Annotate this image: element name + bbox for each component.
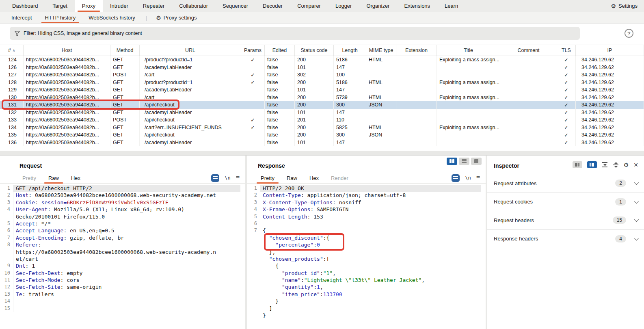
cell-edited: false <box>265 101 295 109</box>
prettify-icon[interactable] <box>452 174 460 182</box>
tab-organizer[interactable]: Organizer <box>359 0 397 12</box>
table-row[interactable]: 124https://0a68002503ea944082b...GET/pro… <box>0 56 644 64</box>
cell-num: 134 <box>0 124 24 132</box>
filter-bar[interactable]: Filter: Hiding CSS, image and general bi… <box>10 27 580 40</box>
column-header-mime-type[interactable]: MIME type <box>366 45 396 56</box>
tab-sequencer[interactable]: Sequencer <box>215 0 255 12</box>
tab-dashboard[interactable]: Dashboard <box>5 0 45 12</box>
line-number: 7 <box>0 234 13 241</box>
tab-comparer[interactable]: Comparer <box>290 0 328 12</box>
column-header-extension[interactable]: Extension <box>396 45 437 56</box>
table-row[interactable]: 131https://0a68002503ea944082b...GET/api… <box>0 101 644 109</box>
subtab-intercept[interactable]: Intercept <box>5 12 39 23</box>
tab-collaborator[interactable]: Collaborator <box>172 0 215 12</box>
code-line: ] <box>247 305 481 312</box>
response-tab-render[interactable]: Render <box>325 173 354 183</box>
column-header-params[interactable]: Params <box>241 45 265 56</box>
column-header-host[interactable]: Host <box>24 45 110 56</box>
tab-target[interactable]: Target <box>45 0 75 12</box>
inspector-dock-left-icon[interactable] <box>573 161 582 168</box>
newline-icon[interactable]: \n <box>225 175 230 181</box>
column-header-url[interactable]: URL <box>140 45 241 56</box>
column-header-method[interactable]: Method <box>110 45 140 56</box>
layout-rows-button[interactable] <box>459 158 469 165</box>
column-header-edited[interactable]: Edited <box>265 45 295 56</box>
response-tab-raw[interactable]: Raw <box>281 173 303 183</box>
inspector-section-request-headers[interactable]: Request headers15 <box>487 211 644 230</box>
column-header--[interactable]: #∧ <box>0 45 24 56</box>
column-header-ip[interactable]: IP <box>576 45 644 56</box>
tab-repeater[interactable]: Repeater <box>136 0 172 12</box>
request-tab-raw[interactable]: Raw <box>42 173 65 183</box>
subtab-websockets-history[interactable]: WebSockets history <box>82 12 142 23</box>
response-tab-hex[interactable]: Hex <box>303 173 325 183</box>
horizontal-splitter[interactable] <box>0 151 644 156</box>
table-row[interactable]: 132https://0a68002503ea944082b...GET/aca… <box>0 109 644 117</box>
request-tab-pretty[interactable]: Pretty <box>16 173 42 183</box>
proxy-settings-button[interactable]: ⚙ Proxy settings <box>151 12 201 23</box>
settings-button[interactable]: ⚙ Settings <box>604 0 644 12</box>
table-row[interactable]: 129https://0a68002503ea944082b...GET/aca… <box>0 86 644 94</box>
table-row[interactable]: 134https://0a68002503ea944082b...GET/car… <box>0 124 644 132</box>
request-editor[interactable]: 1GET /api/checkout HTTP/22Host: 0a680025… <box>0 185 240 329</box>
subtab-http-history[interactable]: HTTP history <box>39 12 82 23</box>
cell-edited: false <box>265 109 295 117</box>
column-header-comment[interactable]: Comment <box>500 45 557 56</box>
response-tab-pretty[interactable]: Pretty <box>255 173 281 183</box>
column-header-length[interactable]: Length <box>334 45 366 56</box>
table-row[interactable]: 127https://0a68002503ea944082b...POST/ca… <box>0 71 644 79</box>
newline-icon[interactable]: \n <box>465 175 471 181</box>
history-table-header[interactable]: #∧HostMethodURLParamsEditedStatus codeLe… <box>0 45 644 56</box>
line-number: 6 <box>247 220 260 227</box>
response-editor[interactable]: 1HTTP/2 200 OK2Content-Type: application… <box>247 185 481 329</box>
prettify-icon[interactable] <box>211 174 219 182</box>
tab-logger[interactable]: Logger <box>328 0 359 12</box>
cell-url: /cart <box>140 94 241 102</box>
menu-icon[interactable]: ≡ <box>236 174 240 182</box>
tab-learn[interactable]: Learn <box>437 0 465 12</box>
tab-extensions[interactable]: Extensions <box>397 0 438 12</box>
cell-mime <box>366 139 396 147</box>
menu-icon[interactable]: ≡ <box>476 174 480 182</box>
inspector-dock-right-icon[interactable] <box>587 161 597 168</box>
line-text: } <box>260 298 481 305</box>
cell-ip: 34.246.129.62 <box>576 124 644 132</box>
gear-icon[interactable]: ⚙ <box>624 162 629 168</box>
code-line: }, <box>247 249 481 255</box>
request-tab-hex[interactable]: Hex <box>65 173 86 183</box>
inspector-section-response-headers[interactable]: Response headers4 <box>487 230 644 249</box>
cell-params <box>241 109 265 117</box>
cell-tls: ✓ <box>557 86 576 94</box>
checkmark-icon: ✓ <box>564 102 568 108</box>
table-row[interactable]: 133https://0a68002503ea944082b...POST/ap… <box>0 116 644 124</box>
close-icon[interactable]: ✕ <box>633 162 638 168</box>
column-header-tls[interactable]: TLS <box>557 45 576 56</box>
tab-proxy[interactable]: Proxy <box>75 0 103 12</box>
cell-extension <box>396 94 437 102</box>
table-row[interactable]: 135https://0a68002503ea944082b...GET/api… <box>0 131 644 139</box>
collapse-all-icon[interactable] <box>602 162 608 168</box>
response-panel: Response PrettyRawHexRender \n ≡ 1HTTP/2… <box>247 156 486 329</box>
layout-columns-button[interactable] <box>447 158 457 165</box>
table-row[interactable]: 128https://0a68002503ea944082b...GET/pro… <box>0 79 644 87</box>
column-header-title[interactable]: Title <box>437 45 500 56</box>
column-header-status-code[interactable]: Status code <box>295 45 334 56</box>
help-icon[interactable]: ? <box>625 29 633 38</box>
line-text: "chosen_discount":{ <box>260 234 481 241</box>
expand-all-icon[interactable] <box>613 162 619 168</box>
table-row[interactable]: 136https://0a68002503ea944082b...GET/aca… <box>0 139 644 147</box>
cell-num: 132 <box>0 109 24 117</box>
line-number <box>247 277 260 284</box>
table-row[interactable]: 130https://0a68002503ea944082b...GET/car… <box>0 94 644 102</box>
cell-extension <box>396 64 437 71</box>
inspector-section-request-attributes[interactable]: Request attributes2 <box>487 174 644 193</box>
line-text: Sec-Fetch-Mode: cors <box>13 277 240 284</box>
cell-host: https://0a68002503ea944082b... <box>24 131 110 139</box>
cell-ip: 34.246.129.62 <box>576 131 644 139</box>
tab-decoder[interactable]: Decoder <box>255 0 290 12</box>
tab-intruder[interactable]: Intruder <box>103 0 136 12</box>
layout-single-button[interactable] <box>471 158 482 165</box>
table-row[interactable]: 126https://0a68002503ea944082b...GET/aca… <box>0 64 644 71</box>
inspector-section-request-cookies[interactable]: Request cookies1 <box>487 193 644 212</box>
line-number: 4 <box>247 206 260 213</box>
